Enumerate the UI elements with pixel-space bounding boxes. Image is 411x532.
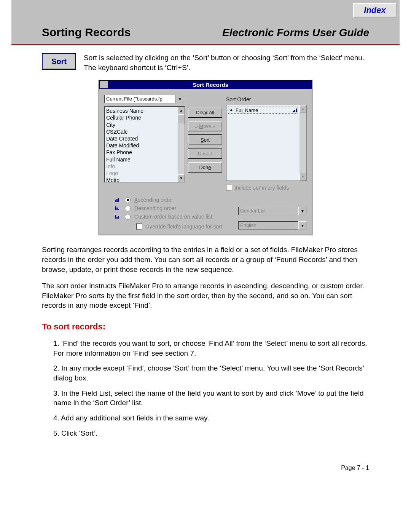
done-button[interactable]: Done bbox=[188, 162, 222, 173]
step-item: 5. Click ‘Sort’. bbox=[53, 428, 369, 438]
field-list-item[interactable]: Logo bbox=[106, 170, 176, 177]
field-list-item[interactable]: Date Created bbox=[106, 135, 176, 142]
ascending-icon bbox=[115, 198, 121, 202]
dialog-titlebar: — Sort Records bbox=[99, 80, 312, 89]
descending-icon bbox=[115, 206, 121, 210]
file-dropdown[interactable]: Current File ("buscards.fp ▼ bbox=[104, 95, 184, 103]
guide-title: Electronic Forms User Guide bbox=[222, 27, 369, 39]
step-item: 3. In the Field List, select the name of… bbox=[53, 388, 369, 408]
scroll-down-icon[interactable]: ▼ bbox=[178, 174, 185, 182]
sort-button[interactable]: Sort bbox=[188, 134, 222, 145]
custom-icon bbox=[115, 215, 121, 219]
intro-text: Sort is selected by clicking on the ‘Sor… bbox=[84, 53, 369, 72]
sort-order-item[interactable]: ✦ Full Name bbox=[228, 107, 298, 114]
sort-order-listbox[interactable]: ✦ Full Name ▲ ▼ bbox=[226, 105, 307, 181]
scroll-down-icon[interactable]: ▼ bbox=[299, 173, 306, 181]
system-menu-icon[interactable]: — bbox=[100, 81, 108, 88]
sort-order-item-label: Full Name bbox=[236, 107, 290, 113]
page-number: Page 7 - 1 bbox=[42, 465, 369, 471]
body-paragraph: Sorting rearranges records according to … bbox=[42, 245, 369, 274]
field-list-item[interactable]: Full Name bbox=[106, 156, 176, 163]
sort-records-dialog: — Sort Records Current File ("buscards.f… bbox=[99, 80, 312, 235]
field-list-item[interactable]: CSZCalc bbox=[106, 128, 176, 135]
dropdown-arrow-icon[interactable]: ▼ bbox=[298, 221, 307, 230]
move-button[interactable]: » Move » bbox=[188, 121, 222, 131]
dropdown-arrow-icon[interactable]: ▼ bbox=[298, 207, 307, 215]
step-item: 2. In any mode except ‘Find’, choose ‘So… bbox=[53, 363, 369, 383]
value-list-value: Gender List bbox=[238, 207, 298, 215]
checkbox-icon[interactable] bbox=[136, 224, 142, 230]
scrollbar[interactable]: ▲ ▼ bbox=[299, 105, 306, 181]
field-list-item[interactable]: Fax Phone bbox=[106, 149, 176, 156]
index-button[interactable]: Index bbox=[353, 3, 397, 18]
field-list-item[interactable]: Info bbox=[106, 163, 176, 170]
scroll-up-icon[interactable]: ▲ bbox=[178, 107, 185, 114]
field-list-item[interactable]: Business Name bbox=[106, 107, 176, 114]
radio-icon[interactable] bbox=[125, 214, 131, 220]
step-item: 4. Add any additional sort fields in the… bbox=[53, 413, 369, 423]
scroll-up-icon[interactable]: ▲ bbox=[299, 105, 306, 113]
radio-icon[interactable] bbox=[125, 197, 131, 203]
ascending-icon bbox=[293, 109, 297, 112]
ascending-radio[interactable]: Ascending order bbox=[115, 197, 307, 203]
field-list-item[interactable]: Cellular Phone bbox=[106, 114, 176, 121]
page-title: Sorting Records bbox=[42, 26, 131, 39]
body-paragraph: The sort order instructs FileMaker Pro t… bbox=[42, 281, 369, 310]
sort-order-label: Sort Order bbox=[226, 96, 307, 102]
dialog-title: Sort Records bbox=[109, 81, 312, 88]
step-item: 1. ‘Find’ the records you want to sort, … bbox=[53, 339, 369, 358]
scroll-thumb[interactable] bbox=[178, 114, 185, 123]
language-value: English bbox=[238, 221, 298, 230]
field-listbox[interactable]: Business NameCellular PhoneCityCSZCalcDa… bbox=[104, 106, 185, 182]
field-list-item[interactable]: Motto bbox=[106, 177, 176, 184]
checkbox-icon[interactable] bbox=[226, 185, 232, 191]
clear-all-button[interactable]: Clear All bbox=[188, 107, 222, 118]
field-list-item[interactable]: Date Modified bbox=[106, 142, 176, 149]
language-dropdown[interactable]: English ▼ bbox=[238, 221, 307, 230]
unsort-button[interactable]: Unsort bbox=[188, 148, 222, 159]
scrollbar[interactable]: ▲ ▼ bbox=[178, 107, 185, 182]
include-summary-checkbox[interactable]: Include summary fields bbox=[226, 185, 307, 191]
section-heading: To sort records: bbox=[42, 322, 369, 332]
radio-icon[interactable] bbox=[125, 206, 131, 211]
dropdown-arrow-icon[interactable]: ▼ bbox=[176, 95, 184, 103]
sort-toolbar-button[interactable]: Sort bbox=[42, 53, 76, 70]
top-bar: Index bbox=[11, 0, 400, 19]
field-list-item[interactable]: City bbox=[106, 121, 176, 128]
value-list-dropdown[interactable]: Gender List ▼ bbox=[238, 207, 307, 215]
file-dropdown-value: Current File ("buscards.fp bbox=[104, 95, 176, 103]
page-header: Sorting Records Electronic Forms User Gu… bbox=[11, 19, 400, 45]
